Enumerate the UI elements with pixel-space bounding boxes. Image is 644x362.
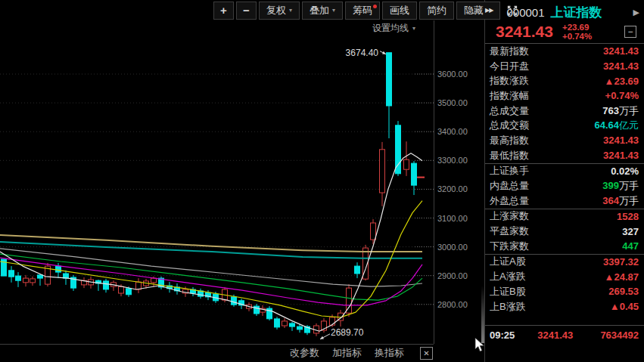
quote-row: 上证B股269.53: [485, 284, 644, 299]
notification-dot-icon: [373, 5, 377, 8]
quote-row-label: 下跌家数: [490, 240, 529, 253]
ma-10-line: [0, 201, 422, 317]
quote-time: 09:25: [490, 330, 515, 341]
axis-label: 3500.00: [437, 98, 468, 107]
candle-down: [38, 275, 43, 278]
quote-row-label: 上涨家数: [490, 209, 529, 223]
adjust-label: 复权: [266, 4, 286, 17]
quote-row-label: 总成交量: [490, 104, 529, 118]
ma-settings-dropdown[interactable]: 设置均线 ▾: [372, 22, 415, 35]
quote-row-value: 269.53: [608, 286, 639, 297]
collapse-panel-button[interactable]: −: [624, 26, 636, 38]
axis-label: 3000.00: [437, 243, 468, 252]
axis-label: 3300.00: [437, 156, 468, 165]
quote-row: 上B涨跌▲0.45: [485, 299, 644, 314]
chevron-down-icon: ▾: [289, 7, 292, 14]
quote-row-label: 上证换手: [490, 164, 529, 178]
quote-row-value: 364万手: [602, 194, 639, 208]
quote-sections: 最新指数3241.43今日开盘3241.43指数涨跌▲23.69指数涨幅+0.7…: [485, 43, 644, 314]
quote-row-value: 3241.43: [603, 150, 639, 161]
quote-row-value: 3397.32: [603, 256, 639, 268]
candle-down: [56, 266, 61, 272]
quote-row-label: 内盘总量: [490, 179, 529, 193]
switch-indicator-link[interactable]: 换指标: [375, 346, 404, 360]
candle-up: [23, 278, 29, 283]
quote-row-value: ▲0.45: [610, 301, 639, 312]
close-indicator-button[interactable]: ✕: [420, 347, 433, 360]
candle-down: [104, 281, 109, 289]
last-price: 3241.43: [496, 23, 553, 41]
adjust-button[interactable]: 复权▾: [259, 2, 300, 20]
candle-up: [282, 321, 288, 326]
ma-5-line: [0, 153, 422, 331]
quote-row-label: 最低指数: [490, 149, 529, 162]
next-stock-icon[interactable]: ▶: [633, 8, 639, 17]
quote-row-label: 平盘家数: [490, 224, 529, 238]
add-indicator-link[interactable]: 加指标: [332, 346, 362, 360]
ma-settings-label: 设置均线: [372, 22, 409, 35]
candle-up: [380, 150, 385, 193]
change-params-link[interactable]: 改参数: [290, 346, 319, 360]
quote-row: 今日开盘3241.43: [485, 59, 644, 74]
quote-row: 总成交额64.64亿元: [485, 118, 644, 133]
quote-row-label: 上证B股: [490, 285, 526, 299]
quote-row-value: 1528: [617, 211, 639, 222]
zoom-in-button[interactable]: +: [213, 2, 234, 20]
overlay-label: 叠加: [310, 4, 329, 17]
expand-fullscreen-button[interactable]: [502, 2, 522, 20]
stock-app-window: 3600.003500.003400.003300.003200.003100.…: [0, 0, 644, 362]
quote-row: 上涨家数1528: [485, 209, 644, 224]
quote-row-label: 上证A股: [490, 255, 526, 268]
quote-row-value: ▲23.69: [605, 76, 639, 87]
quote-row: 上证A股3397.32: [485, 255, 644, 270]
quote-row: 平盘家数327: [485, 224, 644, 239]
ma-20-line: [0, 258, 422, 305]
mouse-cursor-icon: [474, 337, 485, 353]
candle-up: [119, 286, 124, 293]
change-percent: +0.74%: [562, 32, 592, 41]
quote-row: 最新指数3241.43: [485, 44, 644, 59]
quote-row-value: 64.64亿元: [594, 119, 639, 132]
axis-label: 3200.00: [437, 184, 468, 193]
quote-row: 上A涨跌▲24.87: [485, 269, 644, 284]
chips-button[interactable]: 筹码: [345, 2, 380, 20]
quote-row-value: +0.74%: [605, 90, 639, 101]
quote-section: 上证A股3397.32上A涨跌▲24.87上证B股269.53上B涨跌▲0.45: [485, 254, 644, 314]
quote-row-label: 最新指数: [490, 45, 529, 58]
hide-button[interactable]: 隐藏▶▶: [456, 2, 500, 20]
footer-price: 3241.43: [537, 330, 573, 341]
quote-row-label: 外盘总量: [490, 194, 529, 208]
stock-name: 上证指数: [551, 4, 633, 21]
axis-label: 2900.00: [437, 271, 468, 280]
drawline-label: 画线: [390, 4, 409, 17]
overlay-button[interactable]: 叠加▾: [302, 2, 343, 20]
simple-button[interactable]: 简约: [419, 2, 454, 20]
axis-label: 3400.00: [437, 127, 468, 136]
quote-row: 外盘总量364万手: [485, 193, 644, 209]
quote-row: 指数涨跌▲23.69: [485, 73, 644, 88]
quote-row-value: 3241.43: [603, 45, 639, 57]
drawline-button[interactable]: 画线: [382, 2, 417, 20]
quote-row-label: 指数涨幅: [490, 89, 529, 103]
quote-row-value: 3241.43: [603, 135, 639, 146]
quote-section: 上涨家数1528平盘家数327下跌家数447: [485, 209, 644, 254]
indicator-actions-bar: 改参数加指标换指标✕: [0, 346, 434, 360]
zoom-out-button[interactable]: −: [236, 2, 257, 20]
quote-row-value: 0.02%: [611, 166, 639, 177]
quote-row: 最高指数3241.43: [485, 133, 644, 148]
quote-row: 下跌家数447: [485, 239, 644, 254]
candle-down: [232, 297, 237, 305]
hide-label: 隐藏: [464, 4, 484, 17]
quote-panel: ◀ 000001 上证指数 ▶ 3241.43 +23.69 +0.74% − …: [484, 0, 644, 362]
quote-row-label: 上B涨跌: [490, 300, 526, 314]
footer-volume: 7634492: [600, 330, 639, 341]
low-annotation: 2689.70: [331, 327, 364, 338]
high-annotation: 3674.40: [346, 48, 379, 58]
double-arrow-right-icon: ▶▶: [485, 7, 493, 14]
candle-down: [16, 276, 21, 280]
quote-row-value: 763万手: [602, 104, 639, 118]
quote-row-value: ▲24.87: [605, 271, 639, 283]
chips-label: 筹码: [353, 4, 372, 17]
candlestick-chart[interactable]: 3600.003500.003400.003300.003200.003100.…: [0, 0, 484, 362]
chart-toolbar: +−复权▾叠加▾筹码画线简约隐藏▶▶: [213, 1, 522, 20]
